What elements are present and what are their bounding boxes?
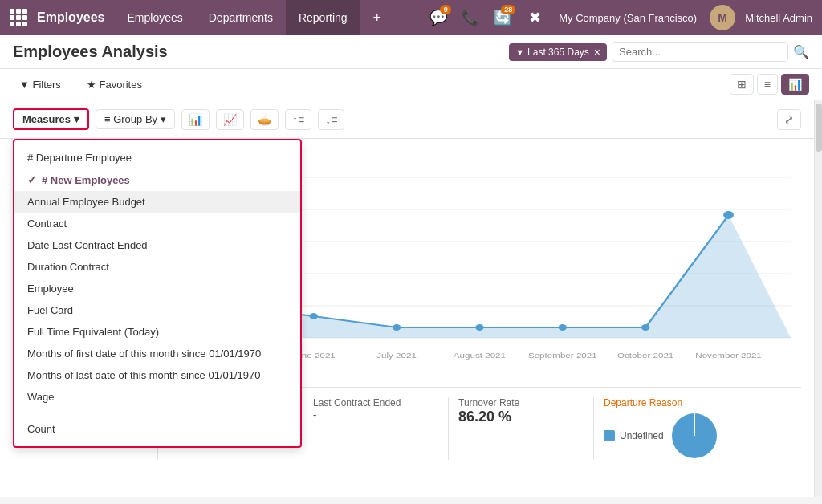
pie-label: Undefined xyxy=(620,430,664,441)
svg-point-20 xyxy=(641,324,649,331)
measure-item-wage[interactable]: Wage xyxy=(14,386,300,408)
phone-button[interactable]: 📞 xyxy=(456,3,485,32)
measure-item-employee[interactable]: Employee xyxy=(14,278,300,299)
svg-point-18 xyxy=(475,324,483,331)
filters-button[interactable]: ▼ Filters xyxy=(13,75,67,94)
groupby-button[interactable]: ≡ Group By ▾ xyxy=(96,109,175,129)
nav-employees[interactable]: Employees xyxy=(114,0,195,35)
nav-menu: Employees Departments Reporting + xyxy=(114,0,394,35)
turnover-value: 86.20 % xyxy=(458,408,584,425)
svg-text:July 2021: July 2021 xyxy=(376,352,417,360)
brand-label: Employees xyxy=(37,10,104,25)
user-menu[interactable]: Mitchell Admin xyxy=(742,12,816,24)
svg-point-16 xyxy=(310,313,318,319)
refresh-badge: 28 xyxy=(501,5,515,14)
groupby-label: ≡ Group By xyxy=(104,113,157,125)
departure-employee-label: # Departure Employee xyxy=(27,152,132,164)
nav-reporting[interactable]: Reporting xyxy=(286,0,360,35)
nav-add[interactable]: + xyxy=(360,0,395,35)
search-input[interactable] xyxy=(612,42,788,62)
settings-button[interactable]: ✖ xyxy=(520,3,549,32)
measure-item-departure-employee[interactable]: # Departure Employee xyxy=(14,147,300,169)
search-button[interactable]: 🔍 xyxy=(793,44,809,59)
refresh-button[interactable]: 🔄 28 xyxy=(488,3,517,32)
topnav-icons: 💬 9 📞 🔄 28 ✖ My Company (San Francisco) … xyxy=(424,3,816,32)
fuel-card-label: Fuel Card xyxy=(27,304,73,316)
duration-contract-label: Duration Contract xyxy=(27,261,109,273)
scrollbar-thumb[interactable] xyxy=(816,104,822,152)
fte-label: Full Time Equivalent (Today) xyxy=(27,326,159,338)
measures-button[interactable]: Measures ▾ xyxy=(13,108,89,130)
measure-item-months-last[interactable]: Months of last date of this month since … xyxy=(14,364,300,386)
search-area: ▼ Last 365 Days × 🔍 xyxy=(509,42,809,62)
sort-asc-button[interactable]: ↑≡ xyxy=(285,109,311,130)
chart-area: Measures ▾ ≡ Group By ▾ 📊 📈 🥧 ↑≡ ↓≡ ⤢ # … xyxy=(0,100,814,497)
app-brand[interactable]: Employees xyxy=(6,9,114,26)
filter-tag[interactable]: ▼ Last 365 Days × xyxy=(509,43,607,61)
avatar[interactable]: M xyxy=(710,5,735,30)
months-last-label: Months of last date of this month since … xyxy=(27,369,261,381)
bar-chart-button[interactable]: 📊 xyxy=(181,109,210,130)
chat-badge: 9 xyxy=(440,5,451,14)
measure-item-fuel-card[interactable]: Fuel Card xyxy=(14,299,300,321)
pie-area: Undefined xyxy=(604,412,791,460)
svg-point-19 xyxy=(559,324,567,331)
last-contract-value: - xyxy=(313,408,438,421)
contract-label: Contract xyxy=(27,217,67,230)
svg-text:August 2021: August 2021 xyxy=(454,352,506,360)
dropdown-divider xyxy=(14,413,300,413)
measure-item-fte[interactable]: Full Time Equivalent (Today) xyxy=(14,321,300,343)
view-buttons: ⊞ ≡ 📊 xyxy=(730,74,809,95)
measure-item-months-first[interactable]: Months of first date of this month since… xyxy=(14,343,300,364)
svg-point-21 xyxy=(723,211,734,219)
secondary-bar: Employees Analysis ▼ Last 365 Days × 🔍 xyxy=(0,35,822,69)
svg-text:October 2021: October 2021 xyxy=(617,352,674,360)
kanban-view-button[interactable]: ⊞ xyxy=(730,74,754,95)
measures-label: Measures xyxy=(22,113,71,125)
stat-departure-reason: Departure Reason Undefined xyxy=(594,397,801,460)
chart-toolbar: Measures ▾ ≡ Group By ▾ 📊 📈 🥧 ↑≡ ↓≡ ⤢ xyxy=(0,100,814,139)
measure-item-contract[interactable]: Contract xyxy=(14,213,300,234)
departure-reason-label: Departure Reason xyxy=(604,397,791,408)
turnover-label: Turnover Rate xyxy=(458,397,584,408)
date-last-contract-label: Date Last Contract Ended xyxy=(27,239,148,251)
pie-color xyxy=(604,430,615,441)
svg-text:September 2021: September 2021 xyxy=(528,352,597,360)
filter-tag-close[interactable]: × xyxy=(594,46,600,59)
grid-icon xyxy=(10,9,27,26)
stat-last-contract: Last Contract Ended - xyxy=(303,397,449,460)
measure-item-count[interactable]: Count xyxy=(14,418,300,440)
nav-departments[interactable]: Departments xyxy=(196,0,286,35)
last-contract-label: Last Contract Ended xyxy=(313,397,438,408)
pie-chart-button[interactable]: 🥧 xyxy=(250,109,279,130)
measures-dropdown: # Departure Employee ✓ # New Employees A… xyxy=(13,139,302,448)
chat-button[interactable]: 💬 9 xyxy=(424,3,453,32)
measure-item-annual-budget[interactable]: Annual Employee Budget xyxy=(14,191,300,213)
check-icon: ✓ xyxy=(27,173,37,186)
favorites-button[interactable]: ★ Favorites xyxy=(80,75,149,94)
count-label: Count xyxy=(27,423,55,435)
list-view-button[interactable]: ≡ xyxy=(757,74,778,95)
measure-item-duration-contract[interactable]: Duration Contract xyxy=(14,256,300,278)
filter-bar: ▼ Filters ★ Favorites ⊞ ≡ 📊 xyxy=(0,69,822,100)
chart-view-button[interactable]: 📊 xyxy=(781,74,809,95)
company-selector[interactable]: My Company (San Francisco) xyxy=(552,12,703,24)
annual-budget-label: Annual Employee Budget xyxy=(27,196,145,208)
new-employees-label: # New Employees xyxy=(42,174,130,186)
expand-button[interactable]: ⤢ xyxy=(777,109,801,130)
measure-item-new-employees[interactable]: ✓ # New Employees xyxy=(14,169,300,191)
sort-desc-button[interactable]: ↓≡ xyxy=(318,109,344,130)
employee-label: Employee xyxy=(27,282,74,295)
page-title: Employees Analysis xyxy=(13,43,503,61)
scrollbar[interactable] xyxy=(814,100,822,497)
pie-chart xyxy=(670,412,718,460)
funnel-icon: ▼ xyxy=(515,47,524,57)
pie-legend: Undefined xyxy=(604,430,664,441)
svg-text:November 2021: November 2021 xyxy=(695,352,762,360)
groupby-chevron-icon: ▾ xyxy=(161,113,166,125)
main-content: Measures ▾ ≡ Group By ▾ 📊 📈 🥧 ↑≡ ↓≡ ⤢ # … xyxy=(0,100,822,497)
filter-tag-label: Last 365 Days xyxy=(527,47,589,58)
stat-turnover: Turnover Rate 86.20 % xyxy=(449,397,594,460)
line-chart-button[interactable]: 📈 xyxy=(216,109,244,130)
measure-item-date-last-contract[interactable]: Date Last Contract Ended xyxy=(14,234,300,256)
